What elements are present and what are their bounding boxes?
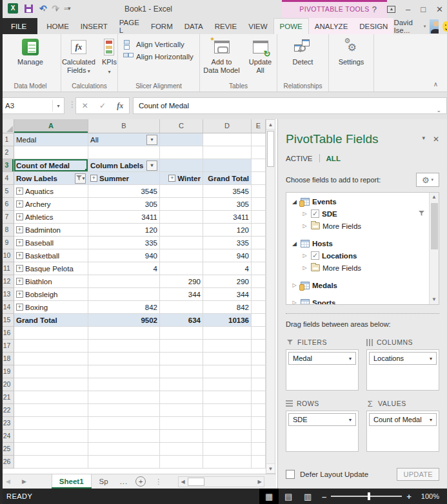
avatar[interactable] — [430, 19, 439, 34]
expand-icon[interactable]: + — [16, 278, 23, 285]
cell-c18[interactable] — [160, 353, 203, 365]
cell-b19[interactable] — [88, 365, 160, 378]
cell-a21[interactable] — [14, 391, 88, 404]
chip-dropdown-icon[interactable]: ▾ — [430, 417, 432, 423]
column-header-e[interactable]: E — [252, 119, 266, 133]
expand-icon[interactable]: + — [168, 175, 175, 182]
collapse-triangle-icon[interactable]: ◢ — [291, 199, 298, 205]
scroll-up-icon[interactable]: ▲ — [266, 120, 275, 130]
tab-data[interactable]: DATA — [179, 18, 209, 34]
tab-analyze[interactable]: ANALYZE — [309, 18, 354, 34]
field-chip-medal[interactable]: Medal▾ — [288, 352, 356, 365]
column-header-c[interactable]: C — [160, 119, 203, 133]
add-to-data-model-button[interactable]: * Add to Data Model — [201, 37, 243, 80]
field-filter-icon[interactable] — [419, 211, 424, 217]
cell-b21[interactable] — [88, 391, 160, 404]
tab-revie[interactable]: REVIE — [209, 18, 243, 34]
cell-e24[interactable] — [252, 430, 266, 443]
cell-c7[interactable] — [160, 211, 203, 224]
cell-a6[interactable]: +Archery — [14, 198, 88, 211]
cell-c26[interactable] — [160, 456, 203, 469]
cell-c15[interactable]: 634 — [160, 314, 203, 327]
area-box-rows[interactable]: SDE▾ — [286, 411, 359, 452]
insert-function-icon[interactable]: fx — [117, 101, 123, 111]
tab-powe[interactable]: POWE — [273, 18, 309, 34]
align-horizontally-button[interactable]: Align Horizontally — [123, 52, 194, 61]
cell-d4[interactable]: Grand Total — [203, 172, 252, 185]
cell-b17[interactable] — [88, 340, 160, 353]
cell-d1[interactable] — [203, 133, 252, 146]
cell-b15[interactable]: 9502 — [88, 314, 160, 327]
maximize-icon[interactable]: □ — [421, 5, 426, 14]
update-button[interactable]: UPDATE — [397, 468, 439, 481]
cell-c3[interactable] — [160, 159, 203, 172]
cell-c11[interactable] — [160, 262, 203, 275]
scroll-left-icon[interactable]: ◀ — [179, 479, 187, 485]
expand-triangle-icon[interactable]: ▷ — [301, 265, 308, 271]
cell-d6[interactable]: 305 — [203, 198, 252, 211]
expand-icon[interactable]: + — [90, 175, 97, 182]
area-box-values[interactable]: Count of Medal▾ — [366, 411, 439, 452]
vertical-scroll-thumb[interactable] — [267, 131, 274, 167]
column-header-b[interactable]: B — [88, 119, 160, 133]
cell-d25[interactable] — [203, 443, 252, 456]
cell-d12[interactable]: 290 — [203, 275, 252, 288]
cell-b8[interactable]: 120 — [88, 224, 160, 237]
cell-e16[interactable] — [252, 327, 266, 340]
cell-e14[interactable] — [252, 301, 266, 314]
tab-insert[interactable]: INSERT — [75, 18, 114, 34]
expand-icon[interactable]: + — [16, 200, 23, 208]
cell-b2[interactable] — [88, 146, 160, 159]
cell-e7[interactable] — [252, 211, 266, 224]
cell-a19[interactable] — [14, 365, 88, 378]
cell-e6[interactable] — [252, 198, 266, 211]
zoom-slider-thumb[interactable] — [368, 492, 370, 500]
cell-b5[interactable]: 3545 — [88, 185, 160, 198]
cell-b13[interactable] — [88, 288, 160, 301]
expand-formula-bar-icon[interactable]: ⌄ — [436, 107, 441, 113]
expand-icon[interactable]: + — [16, 291, 23, 298]
kpis-button[interactable]: KPIs — [100, 37, 119, 80]
tab-design[interactable]: DESIGN — [353, 18, 393, 34]
cell-a25[interactable] — [14, 443, 88, 456]
normal-view-icon[interactable]: ▦ — [259, 489, 279, 504]
cell-a24[interactable] — [14, 430, 88, 443]
undo-button[interactable]: ↶▾ — [39, 3, 45, 14]
cell-d13[interactable]: 344 — [203, 288, 252, 301]
cell-c2[interactable] — [160, 146, 203, 159]
field-checkbox[interactable]: ✓ — [311, 209, 319, 218]
cell-b9[interactable]: 335 — [88, 237, 160, 249]
cell-a1[interactable]: Medal — [14, 133, 88, 146]
cell-a15[interactable]: Grand Total — [14, 314, 88, 327]
cell-d17[interactable] — [203, 340, 252, 353]
zoom-in-icon[interactable]: + — [402, 492, 416, 501]
user-dropdown-icon[interactable]: ▾ — [424, 24, 426, 29]
expand-icon[interactable]: + — [16, 304, 23, 311]
cell-d24[interactable] — [203, 430, 252, 443]
cell-b16[interactable] — [88, 327, 160, 340]
cell-e3[interactable] — [252, 159, 266, 172]
cell-b23[interactable] — [88, 417, 160, 430]
scroll-down-icon[interactable]: ▼ — [430, 295, 439, 304]
column-header-d[interactable]: D — [203, 119, 252, 133]
cell-c10[interactable] — [160, 249, 203, 262]
vertical-scrollbar[interactable]: ▲ ▼ — [266, 119, 275, 474]
tab-page-l[interactable]: PAGE L — [114, 18, 145, 34]
minimize-icon[interactable]: – — [406, 5, 410, 14]
enter-icon[interactable]: ✓ — [99, 101, 106, 110]
cell-a5[interactable]: +Aquatics — [14, 185, 88, 198]
cell-c13[interactable]: 344 — [160, 288, 203, 301]
new-sheet-icon[interactable]: + — [135, 476, 146, 487]
cell-d23[interactable] — [203, 417, 252, 430]
cell-d16[interactable] — [203, 327, 252, 340]
field-list-scrollbar[interactable]: ▲ ▼ — [429, 193, 439, 304]
cell-d15[interactable]: 10136 — [203, 314, 252, 327]
tab-all[interactable]: ALL — [326, 155, 341, 162]
field-item-sports[interactable]: ▷Sports — [289, 296, 426, 305]
field-list-scroll-thumb[interactable] — [431, 203, 438, 249]
cell-e12[interactable] — [252, 275, 266, 288]
dropdown-icon[interactable]: ▾ — [146, 135, 157, 145]
cell-c20[interactable] — [160, 378, 203, 391]
cell-a12[interactable]: +Biathlon — [14, 275, 88, 288]
field-item-sde[interactable]: ▷✓SDE — [289, 208, 426, 220]
